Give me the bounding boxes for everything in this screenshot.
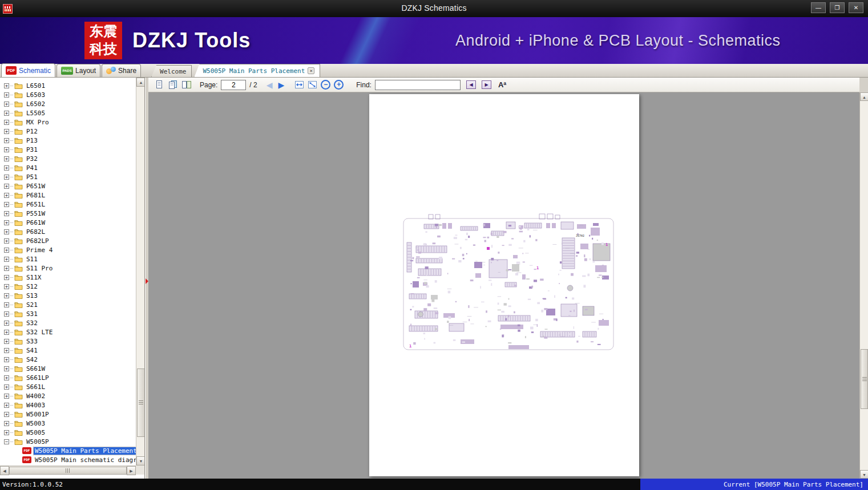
tree-item-w5001p[interactable]: +W5001P: [0, 410, 136, 419]
scroll-left-icon[interactable]: ◀: [0, 466, 9, 475]
expand-icon[interactable]: +: [4, 311, 9, 317]
fit-page-icon[interactable]: [308, 80, 317, 90]
viewer-scroll-thumb[interactable]: [861, 349, 868, 409]
tree-item-w5005p[interactable]: −W5005P: [0, 437, 136, 446]
viewer-vertical-scrollbar[interactable]: ▲ ▼: [859, 92, 868, 479]
expand-icon[interactable]: +: [4, 211, 9, 216]
expand-icon[interactable]: +: [4, 266, 9, 271]
tree-item-w4003[interactable]: +W4003: [0, 400, 136, 410]
expand-icon[interactable]: +: [4, 120, 9, 125]
zoom-out-icon[interactable]: −: [321, 80, 330, 90]
tree-item-p682l[interactable]: +P682L: [0, 227, 136, 236]
tree-item-w4002[interactable]: +W4002: [0, 391, 136, 400]
tree-item-s661l[interactable]: +S661L: [0, 382, 136, 391]
find-input[interactable]: [375, 80, 461, 90]
tree-item-p681l[interactable]: +P681L: [0, 191, 136, 200]
expand-icon[interactable]: +: [4, 302, 9, 307]
tree-item-s41[interactable]: +S41: [0, 346, 136, 355]
tree-item-s11[interactable]: +S11: [0, 254, 136, 264]
tree-item-s12[interactable]: +S12: [0, 282, 136, 291]
expand-icon[interactable]: +: [4, 357, 9, 362]
expand-icon[interactable]: +: [4, 430, 9, 435]
doc-tab-current[interactable]: W5005P Main Parts Placement ×: [194, 64, 320, 77]
tree-scroll-thumb[interactable]: [137, 368, 145, 437]
expand-icon[interactable]: +: [4, 257, 9, 262]
expand-icon[interactable]: +: [4, 102, 9, 107]
expand-icon[interactable]: +: [4, 421, 9, 426]
expand-icon[interactable]: +: [4, 175, 9, 180]
expand-icon[interactable]: +: [4, 238, 9, 244]
tree-item-p41[interactable]: +P41: [0, 163, 136, 172]
tree-item-l6501[interactable]: +L6501: [0, 81, 136, 90]
expand-icon[interactable]: +: [4, 275, 9, 280]
tree-item-s32-lte[interactable]: +S32 LTE: [0, 327, 136, 337]
expand-icon[interactable]: +: [4, 83, 9, 88]
font-size-icon[interactable]: Aª: [498, 80, 506, 89]
page-number-input[interactable]: [221, 80, 246, 90]
tree-item-s32[interactable]: +S32: [0, 318, 136, 327]
scroll-up-icon[interactable]: ▲: [860, 92, 868, 101]
tree-item-w5005[interactable]: +W5005: [0, 428, 136, 437]
tab-layout[interactable]: PADS Layout: [56, 64, 100, 77]
expand-icon[interactable]: +: [4, 339, 9, 344]
tree-child-item[interactable]: PDFW5005P Main Parts Placement: [0, 446, 136, 455]
tree-item-p12[interactable]: +P12: [0, 127, 136, 136]
tree-item-mx-pro[interactable]: +MX Pro: [0, 118, 136, 127]
find-previous-icon[interactable]: ◀: [466, 80, 476, 89]
tree-item-s42[interactable]: +S42: [0, 355, 136, 364]
scroll-down-icon[interactable]: ▼: [136, 456, 145, 465]
expand-icon[interactable]: +: [4, 321, 9, 326]
collapse-icon[interactable]: −: [4, 439, 9, 444]
tree-item-p31[interactable]: +P31: [0, 145, 136, 154]
tree-item-l6503[interactable]: +L6503: [0, 90, 136, 99]
tree-item-w5003[interactable]: +W5003: [0, 419, 136, 428]
scroll-right-icon[interactable]: ▶: [127, 466, 136, 475]
tree-item-s21[interactable]: +S21: [0, 300, 136, 309]
zoom-in-icon[interactable]: +: [334, 80, 344, 90]
close-icon[interactable]: ✕: [849, 2, 863, 13]
tree-item-s11x[interactable]: +S11X: [0, 273, 136, 282]
tree-item-l6502[interactable]: +L6502: [0, 99, 136, 108]
tree-horizontal-scrollbar[interactable]: ◀ ▶: [0, 465, 136, 475]
find-next-icon[interactable]: ▶: [482, 80, 491, 89]
tree-item-s33[interactable]: +S33: [0, 337, 136, 346]
expand-icon[interactable]: +: [4, 248, 9, 253]
tree-item-s661lp[interactable]: +S661LP: [0, 373, 136, 382]
tree-item-p682lp[interactable]: +P682LP: [0, 236, 136, 245]
previous-page-icon[interactable]: ◀: [267, 80, 273, 90]
facing-pages-icon[interactable]: [168, 80, 178, 90]
expand-icon[interactable]: +: [4, 348, 9, 353]
expand-icon[interactable]: +: [4, 92, 9, 98]
expand-icon[interactable]: +: [4, 412, 9, 417]
expand-icon[interactable]: +: [4, 293, 9, 298]
tree-item-p32[interactable]: +P32: [0, 154, 136, 163]
expand-icon[interactable]: +: [4, 111, 9, 116]
expand-icon[interactable]: +: [4, 184, 9, 189]
tree-item-s11-pro[interactable]: +S11 Pro: [0, 264, 136, 273]
scroll-up-icon[interactable]: ▲: [136, 78, 145, 87]
expand-icon[interactable]: +: [4, 202, 9, 207]
doc-tab-welcome[interactable]: Welcome: [151, 65, 192, 77]
expand-icon[interactable]: +: [4, 165, 9, 171]
expand-icon[interactable]: +: [4, 284, 9, 289]
tree-item-s661w[interactable]: +S661W: [0, 364, 136, 373]
tree-hscroll-thumb[interactable]: [9, 467, 127, 475]
tree-vertical-scrollbar[interactable]: ▲ ▼: [136, 78, 145, 465]
tree-item-p51[interactable]: +P51: [0, 172, 136, 181]
expand-icon[interactable]: +: [4, 330, 9, 335]
tab-share[interactable]: Share: [102, 64, 141, 77]
tree-item-p651l[interactable]: +P651L: [0, 200, 136, 209]
fit-width-icon[interactable]: [294, 80, 304, 90]
tree-item-p551w[interactable]: +P551W: [0, 209, 136, 218]
tree-item-s31[interactable]: +S31: [0, 309, 136, 318]
expand-icon[interactable]: +: [4, 220, 9, 225]
expand-icon[interactable]: +: [4, 138, 9, 143]
scroll-down-icon[interactable]: ▼: [860, 470, 868, 479]
expand-icon[interactable]: +: [4, 366, 9, 371]
expand-icon[interactable]: +: [4, 129, 9, 134]
tree-item-s13[interactable]: +S13: [0, 291, 136, 300]
expand-icon[interactable]: +: [4, 147, 9, 152]
tree-item-l5505[interactable]: +L5505: [0, 108, 136, 118]
tree-item-p13[interactable]: +P13: [0, 136, 136, 145]
tree-child-item[interactable]: PDFW5005P Main schematic diagram: [0, 455, 136, 464]
